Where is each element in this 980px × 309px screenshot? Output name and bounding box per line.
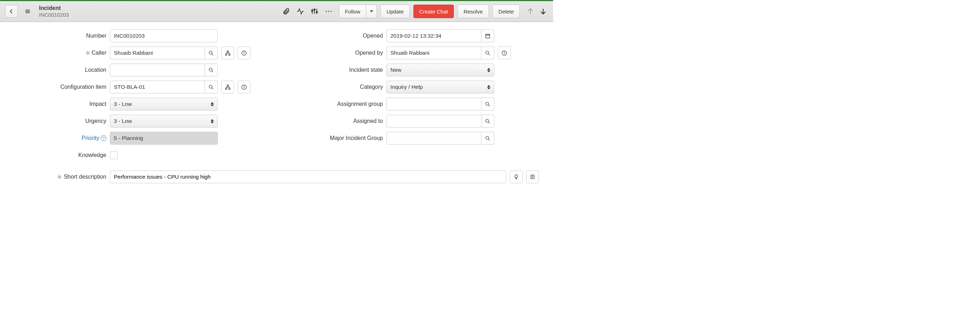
location-lookup-button[interactable]	[205, 64, 218, 76]
svg-point-49	[486, 51, 489, 54]
svg-marker-43	[211, 119, 214, 121]
priority-readonly: 5 - Planning	[110, 132, 218, 144]
required-icon: ✱	[86, 50, 90, 56]
short-description-row: ✱Short description	[14, 170, 539, 183]
major-incident-group-input[interactable]	[387, 132, 482, 144]
opened-label: Opened	[291, 33, 383, 39]
attachments-icon[interactable]	[282, 7, 291, 16]
right-column: Opened Opened by Incident state	[291, 29, 539, 165]
svg-point-11	[331, 11, 331, 12]
svg-marker-44	[211, 122, 214, 123]
location-input[interactable]	[110, 64, 205, 76]
svg-point-53	[504, 51, 504, 52]
assignment-group-input[interactable]	[387, 98, 482, 110]
priority-label[interactable]: Priority?	[14, 135, 107, 141]
major-incident-group-label: Major Incident Group	[291, 135, 383, 141]
form-title: Incident	[39, 5, 69, 11]
opened-by-info-button[interactable]	[498, 46, 511, 59]
opened-by-input[interactable]	[387, 46, 482, 59]
follow-button[interactable]: Follow	[339, 5, 366, 18]
svg-point-60	[486, 119, 489, 122]
prev-record-icon[interactable]	[525, 6, 535, 16]
category-select[interactable]: Inquiry / Help	[387, 81, 494, 93]
form-body: Number ✱Caller Location	[0, 22, 553, 187]
caller-input[interactable]	[110, 46, 205, 59]
knowledge-search-button[interactable]	[526, 170, 539, 183]
suggestion-button[interactable]	[510, 170, 523, 183]
opened-input[interactable]	[387, 29, 482, 42]
svg-line-63	[488, 139, 490, 140]
category-label: Category	[291, 84, 383, 90]
svg-rect-33	[229, 88, 230, 90]
caller-lookup-button[interactable]	[205, 46, 218, 59]
svg-point-62	[486, 136, 489, 139]
major-incident-group-lookup-button[interactable]	[482, 132, 494, 144]
svg-point-9	[326, 11, 327, 12]
svg-line-50	[488, 54, 490, 55]
resolve-button[interactable]: Resolve	[457, 5, 488, 18]
svg-line-28	[212, 71, 213, 72]
settings-icon[interactable]	[310, 7, 319, 16]
urgency-label: Urgency	[14, 118, 107, 124]
incident-state-label: Incident state	[291, 67, 383, 73]
caller-info-button[interactable]	[237, 46, 250, 59]
svg-line-30	[212, 88, 213, 89]
more-icon[interactable]	[324, 7, 333, 16]
urgency-select[interactable]: 3 - Low	[110, 115, 218, 128]
knowledge-checkbox[interactable]	[110, 151, 118, 159]
opened-by-lookup-button[interactable]	[482, 46, 494, 59]
ci-label: Configuration item	[14, 84, 107, 90]
ci-lookup-button[interactable]	[205, 81, 218, 93]
create-chat-button[interactable]: Create Chat	[414, 5, 454, 18]
number-label: Number	[14, 33, 107, 39]
svg-rect-31	[227, 85, 228, 86]
help-icon: ?	[101, 135, 107, 141]
impact-select[interactable]: 3 - Low	[110, 98, 218, 110]
svg-rect-7	[314, 9, 315, 10]
svg-point-26	[243, 51, 244, 52]
incident-state-select[interactable]: New	[387, 64, 494, 76]
ci-input[interactable]	[110, 81, 205, 93]
svg-rect-32	[226, 88, 227, 90]
activity-icon[interactable]	[296, 7, 305, 16]
caret-icon	[211, 102, 214, 107]
caller-label: ✱Caller	[14, 50, 107, 56]
ci-info-button[interactable]	[237, 81, 250, 93]
svg-rect-8	[316, 12, 317, 13]
menu-icon[interactable]	[21, 5, 34, 18]
svg-rect-19	[229, 54, 230, 55]
back-button[interactable]	[5, 5, 18, 18]
caret-icon	[487, 85, 490, 90]
svg-point-15	[209, 51, 212, 54]
number-input[interactable]	[110, 29, 218, 42]
assigned-to-input[interactable]	[387, 115, 482, 128]
delete-button[interactable]: Delete	[493, 5, 520, 18]
record-number: INC0010203	[39, 12, 69, 18]
form-header: Incident INC0010203 Follow Update Create…	[0, 0, 553, 22]
follow-caret-button[interactable]	[366, 5, 377, 18]
ci-dependency-button[interactable]	[221, 81, 234, 93]
svg-point-27	[209, 68, 212, 71]
svg-rect-18	[226, 54, 227, 55]
required-icon: ✱	[57, 174, 62, 181]
svg-marker-12	[370, 10, 373, 13]
assignment-group-lookup-button[interactable]	[482, 98, 494, 110]
svg-marker-56	[487, 85, 490, 86]
assignment-group-label: Assignment group	[291, 101, 383, 107]
caret-icon	[211, 119, 214, 123]
next-record-icon[interactable]	[538, 6, 548, 16]
header-utility-icons	[282, 7, 333, 16]
assigned-to-lookup-button[interactable]	[482, 115, 494, 128]
svg-rect-45	[486, 34, 490, 38]
svg-marker-55	[487, 70, 490, 72]
svg-point-40	[243, 86, 244, 86]
update-button[interactable]: Update	[380, 5, 409, 18]
svg-marker-41	[211, 102, 214, 104]
location-label: Location	[14, 67, 107, 73]
short-description-input[interactable]	[110, 170, 506, 183]
left-column: Number ✱Caller Location	[14, 29, 262, 165]
caller-tree-button[interactable]	[221, 46, 234, 59]
opened-datepicker-button[interactable]	[482, 29, 494, 42]
svg-marker-42	[211, 104, 214, 106]
short-description-label: ✱Short description	[14, 174, 107, 181]
